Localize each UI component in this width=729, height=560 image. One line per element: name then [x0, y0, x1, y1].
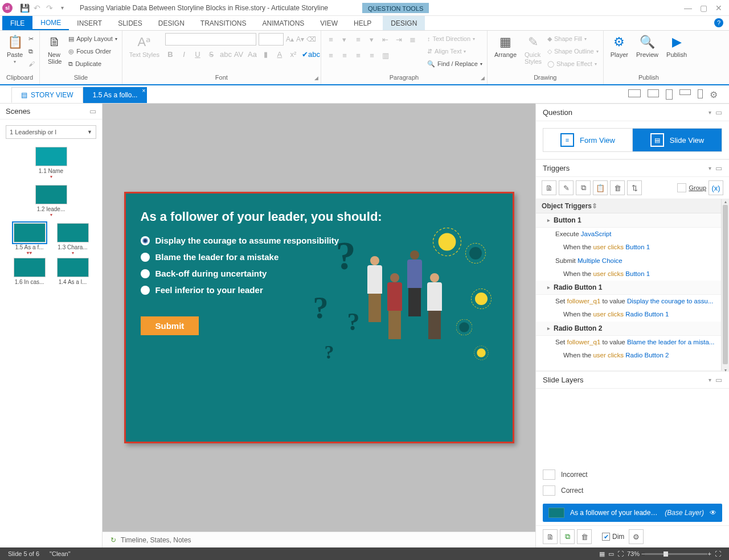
- scene-selector[interactable]: 1 Leadership or l▼: [6, 125, 96, 139]
- slide-thumb-6[interactable]: 1.4 As a l...: [54, 258, 92, 285]
- slide-view-button[interactable]: ▤Slide View: [632, 128, 722, 152]
- qat-customize-icon[interactable]: ▾: [56, 2, 68, 14]
- align-right-icon[interactable]: ≡: [353, 51, 363, 60]
- trigger-line[interactable]: When the user clicks Radio Button 1: [536, 308, 721, 321]
- align-justify-icon[interactable]: ≡: [367, 51, 377, 60]
- group-checkbox[interactable]: [677, 183, 686, 192]
- player-button[interactable]: ⚙Player: [608, 33, 630, 59]
- device-tablet-landscape-icon[interactable]: [648, 89, 659, 97]
- view-settings-icon[interactable]: ⚙: [710, 89, 721, 97]
- device-phone-landscape-icon[interactable]: [679, 89, 691, 95]
- columns-icon[interactable]: ▥: [380, 51, 391, 60]
- edit-trigger-button[interactable]: ✎: [559, 180, 574, 195]
- window-close-icon[interactable]: ✕: [715, 3, 722, 13]
- view-slide-icon[interactable]: ▭: [608, 550, 614, 558]
- align-left-icon[interactable]: ≡: [326, 51, 336, 60]
- slide-canvas[interactable]: As a follower of your leader, you should…: [124, 192, 514, 443]
- device-phone-portrait-icon[interactable]: [698, 89, 703, 98]
- format-painter-button[interactable]: 🖌: [28, 58, 35, 69]
- eye-icon[interactable]: 👁: [710, 509, 716, 517]
- shape-effect-button[interactable]: ◯Shape Effect▾: [547, 58, 599, 69]
- tab-view[interactable]: VIEW: [312, 16, 346, 30]
- trigger-line[interactable]: Set follower_q1 to value Display the cou…: [536, 295, 721, 308]
- qat-redo-icon[interactable]: ↷: [43, 2, 56, 14]
- paste-trigger-button[interactable]: 📋: [593, 180, 608, 195]
- slide-thumb-2[interactable]: 1.2 leade...▾: [32, 185, 71, 216]
- cut-button[interactable]: ✂: [28, 33, 35, 44]
- qat-save-icon[interactable]: 💾: [18, 2, 31, 14]
- fit-window-icon[interactable]: ⛶: [715, 550, 721, 557]
- story-view-tab[interactable]: ▤STORY VIEW: [11, 87, 83, 103]
- tab-help[interactable]: HELP: [346, 16, 379, 30]
- zoom-in-button[interactable]: +: [707, 550, 711, 557]
- base-layer-row[interactable]: As a follower of your leader, yo... (Bas…: [543, 504, 722, 522]
- case-icon[interactable]: Aa: [247, 50, 257, 59]
- line-spacing-icon[interactable]: ≣: [408, 35, 418, 44]
- underline-icon[interactable]: U: [193, 50, 203, 59]
- charspace-icon[interactable]: AV: [234, 50, 244, 59]
- font-size-combo[interactable]: [259, 33, 284, 46]
- quick-styles-button[interactable]: ✎Quick Styles: [522, 33, 544, 66]
- trigger-line[interactable]: When the user clicks Button 1: [536, 241, 721, 254]
- dim-checkbox[interactable]: ✔: [602, 533, 610, 541]
- tab-file[interactable]: FILE: [2, 16, 32, 30]
- indent-dec-icon[interactable]: ⇤: [380, 35, 391, 44]
- preview-button[interactable]: 🔍Preview: [634, 33, 661, 59]
- panel-options-icon[interactable]: ▭: [89, 107, 96, 116]
- bold-icon[interactable]: B: [165, 50, 175, 59]
- close-tab-icon[interactable]: ×: [142, 88, 146, 94]
- tab-home[interactable]: HOME: [32, 16, 69, 30]
- text-styles-button[interactable]: Aᵃ Text Styles: [127, 33, 162, 59]
- panel-menu-icon[interactable]: ▾: [708, 165, 711, 171]
- grow-font-icon[interactable]: A▴: [286, 35, 294, 43]
- qat-undo-icon[interactable]: ↶: [31, 2, 43, 14]
- indent-inc-icon[interactable]: ⇥: [394, 35, 404, 44]
- panel-undock-icon[interactable]: ▭: [715, 164, 722, 172]
- font-family-combo[interactable]: [165, 33, 256, 46]
- reorder-trigger-button[interactable]: ⇅: [627, 180, 642, 195]
- window-restore-icon[interactable]: ▢: [700, 3, 707, 13]
- trigger-line[interactable]: When the user clicks Radio Button 2: [536, 349, 721, 362]
- arrange-button[interactable]: ▦Arrange: [492, 33, 519, 59]
- delete-layer-button[interactable]: 🗑: [577, 529, 592, 544]
- highlight-icon[interactable]: ▮: [261, 50, 271, 59]
- spellcheck-icon[interactable]: ✔abc: [302, 50, 312, 59]
- fit-icon[interactable]: ⛶: [617, 550, 624, 557]
- slide-tab[interactable]: 1.5 As a follo...×: [83, 87, 148, 103]
- find-replace-button[interactable]: 🔍Find / Replace▾: [427, 58, 482, 69]
- trigger-line[interactable]: Submit Multiple Choice: [536, 254, 721, 267]
- shape-fill-button[interactable]: ◆Shape Fill▾: [547, 33, 599, 44]
- align-center-icon[interactable]: ≡: [339, 51, 350, 60]
- shape-outline-button[interactable]: ◇Shape Outline▾: [547, 46, 599, 57]
- strike-icon[interactable]: S̶: [206, 50, 216, 59]
- tab-design[interactable]: DESIGN: [150, 16, 193, 30]
- shadow-icon[interactable]: abc: [220, 50, 230, 59]
- form-view-button[interactable]: ≡Form View: [543, 128, 632, 152]
- slide-thumb-4[interactable]: 1.3 Chara...▾: [54, 223, 92, 254]
- duplicate-button[interactable]: ⧉Duplicate: [68, 58, 117, 69]
- zoom-slider[interactable]: [645, 553, 707, 555]
- layer-correct[interactable]: Correct: [543, 485, 722, 496]
- dialog-launcher-icon[interactable]: ◢: [481, 75, 485, 81]
- refresh-icon[interactable]: ↻: [110, 536, 116, 544]
- help-icon[interactable]: ?: [714, 18, 723, 27]
- dialog-launcher-icon[interactable]: ◢: [314, 75, 318, 81]
- collapse-icon[interactable]: ⇕: [592, 202, 597, 210]
- font-color-icon[interactable]: A: [275, 50, 285, 59]
- new-slide-button[interactable]: 🗎 New Slide: [44, 33, 65, 66]
- trigger-line[interactable]: Execute JavaScript: [536, 228, 721, 241]
- dup-layer-button[interactable]: ⧉: [560, 529, 575, 544]
- apply-layout-button[interactable]: ▤Apply Layout▾: [68, 33, 117, 44]
- align-text-button[interactable]: ⇵Align Text▾: [427, 46, 482, 57]
- clear-format-icon[interactable]: ⌫: [306, 35, 316, 43]
- subscript-icon[interactable]: x²: [288, 50, 298, 59]
- tab-slides[interactable]: SLIDES: [110, 16, 150, 30]
- panel-undock-icon[interactable]: ▭: [715, 108, 722, 117]
- variables-button[interactable]: (x): [708, 180, 723, 195]
- triggers-section-header[interactable]: Object Triggers⇕: [536, 199, 721, 213]
- text-direction-button[interactable]: ↕Text Direction▾: [427, 33, 482, 44]
- slide-thumb-1[interactable]: 1.1 Name▾: [32, 147, 71, 178]
- delete-trigger-button[interactable]: 🗑: [610, 180, 625, 195]
- slide-thumb-3[interactable]: 1.5 As a f...♥♥: [10, 223, 49, 254]
- tab-insert[interactable]: INSERT: [69, 16, 110, 30]
